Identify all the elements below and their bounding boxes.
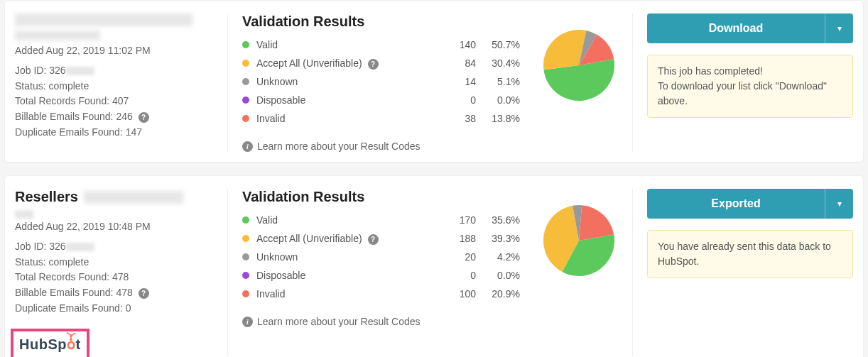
stat-row-accept: Accept All (Unverifiable) ? 188 39.3% bbox=[242, 229, 526, 248]
dot-valid-icon bbox=[242, 216, 249, 224]
stat-label: Unknown bbox=[256, 76, 433, 87]
actions-panel: Exported ▾ You have already sent this da… bbox=[633, 189, 853, 356]
dot-accept-icon bbox=[242, 235, 249, 242]
stat-count: 100 bbox=[433, 288, 476, 300]
notice-line: This job has completed! bbox=[658, 64, 842, 79]
stat-pct: 30.4% bbox=[476, 57, 526, 69]
stat-count: 0 bbox=[433, 94, 476, 106]
stat-label: Disposable bbox=[256, 94, 433, 106]
dot-invalid-icon bbox=[242, 115, 249, 122]
dot-invalid-icon bbox=[242, 290, 249, 297]
stat-row-disposable: Disposable 0 0.0% bbox=[242, 91, 526, 109]
stat-count: 20 bbox=[433, 251, 476, 263]
stat-label: Accept All (Unverifiable) ? bbox=[256, 233, 433, 245]
stat-pct: 5.1% bbox=[476, 76, 526, 87]
job-title: Resellers bbox=[15, 189, 78, 205]
status-notice: This job has completed! To download your… bbox=[647, 55, 853, 118]
stat-count: 14 bbox=[433, 76, 476, 87]
job-card: Resellers Added Aug 22, 2019 10:48 PM Jo… bbox=[4, 175, 864, 357]
stat-label: Unknown bbox=[256, 251, 433, 263]
stat-row-invalid: Invalid 38 13.8% bbox=[242, 109, 526, 128]
stat-label: Valid bbox=[256, 214, 433, 226]
dot-unknown-icon bbox=[242, 253, 249, 260]
notice-line: You have already sent this data back to … bbox=[658, 239, 842, 269]
dot-accept-icon bbox=[242, 60, 249, 67]
learn-more-link[interactable]: i Learn more about your Result Codes bbox=[242, 141, 526, 152]
job-billable: Billable Emails Found: 478 ? bbox=[15, 285, 219, 301]
validation-results-title: Validation Results bbox=[242, 13, 526, 30]
stat-pct: 0.0% bbox=[476, 270, 526, 281]
stat-row-unknown: Unknown 20 4.2% bbox=[242, 248, 526, 266]
job-duplicate: Duplicate Emails Found: 0 bbox=[15, 301, 219, 317]
actions-panel: Download ▾ This job has completed! To do… bbox=[633, 13, 853, 152]
stat-pct: 13.8% bbox=[476, 113, 526, 124]
validation-results-title: Validation Results bbox=[242, 189, 526, 205]
pie-chart-icon bbox=[540, 202, 618, 280]
pie-chart bbox=[526, 189, 632, 356]
job-billable: Billable Emails Found: 246 ? bbox=[15, 109, 219, 125]
exported-button[interactable]: Exported bbox=[647, 189, 825, 219]
stat-row-accept: Accept All (Unverifiable) ? 84 30.4% bbox=[242, 54, 526, 72]
job-status: Status: complete bbox=[15, 255, 219, 270]
job-details: Added Aug 22, 2019 11:02 PM Job ID: 326 … bbox=[15, 13, 228, 152]
validation-results: Validation Results Valid 170 35.6% Accep… bbox=[228, 189, 633, 356]
job-total-records: Total Records Found: 478 bbox=[15, 270, 219, 285]
dot-unknown-icon bbox=[242, 78, 249, 85]
dot-valid-icon bbox=[242, 41, 249, 48]
stat-pct: 0.0% bbox=[476, 94, 526, 106]
job-added: Added Aug 22, 2019 11:02 PM bbox=[15, 45, 219, 56]
svg-point-4 bbox=[67, 332, 68, 334]
stat-row-disposable: Disposable 0 0.0% bbox=[242, 266, 526, 285]
hubspot-badge: HubSpȯt bbox=[11, 329, 89, 357]
info-icon: i bbox=[242, 317, 253, 327]
stat-row-unknown: Unknown 14 5.1% bbox=[242, 72, 526, 91]
stat-count: 0 bbox=[433, 270, 476, 281]
job-status: Status: complete bbox=[15, 79, 219, 94]
svg-point-5 bbox=[74, 333, 75, 334]
pie-chart-icon bbox=[540, 26, 618, 104]
download-button[interactable]: Download bbox=[647, 13, 825, 43]
stat-label: Accept All (Unverifiable) ? bbox=[256, 57, 433, 70]
help-icon[interactable]: ? bbox=[368, 234, 379, 245]
exported-dropdown-button[interactable]: ▾ bbox=[825, 189, 853, 219]
notice-line: To download your list click "Download" a… bbox=[658, 79, 842, 109]
job-id: Job ID: 326 bbox=[15, 63, 219, 79]
dot-disposable-icon bbox=[242, 97, 249, 104]
stat-pct: 20.9% bbox=[476, 288, 526, 300]
job-title-redacted bbox=[15, 31, 100, 40]
job-details: Resellers Added Aug 22, 2019 10:48 PM Jo… bbox=[15, 189, 228, 356]
help-icon[interactable]: ? bbox=[139, 112, 149, 123]
help-icon[interactable]: ? bbox=[139, 288, 149, 299]
job-duplicate: Duplicate Emails Found: 147 bbox=[15, 125, 219, 141]
pie-chart bbox=[526, 13, 632, 152]
job-id: Job ID: 326 bbox=[15, 239, 219, 255]
job-title-redacted bbox=[15, 210, 33, 219]
dot-disposable-icon bbox=[242, 272, 249, 279]
stat-pct: 4.2% bbox=[476, 251, 526, 263]
chevron-down-icon: ▾ bbox=[837, 199, 842, 209]
job-title-redacted bbox=[15, 13, 192, 26]
stat-count: 188 bbox=[433, 233, 476, 244]
status-notice: You have already sent this data back to … bbox=[647, 230, 853, 278]
stat-label: Invalid bbox=[256, 288, 433, 300]
stat-label: Invalid bbox=[256, 113, 433, 124]
help-icon[interactable]: ? bbox=[368, 59, 379, 70]
stat-row-valid: Valid 140 50.7% bbox=[242, 35, 526, 54]
stat-count: 84 bbox=[433, 57, 476, 69]
job-card: Added Aug 22, 2019 11:02 PM Job ID: 326 … bbox=[4, 0, 864, 163]
stat-row-invalid: Invalid 100 20.9% bbox=[242, 285, 526, 303]
stat-pct: 50.7% bbox=[476, 39, 526, 50]
stat-count: 140 bbox=[433, 39, 476, 50]
stat-count: 38 bbox=[433, 113, 476, 124]
job-title-redacted bbox=[84, 191, 183, 204]
hubspot-logo-icon: HubSpȯt bbox=[19, 336, 81, 353]
validation-results: Validation Results Valid 140 50.7% Accep… bbox=[228, 13, 633, 152]
stat-row-valid: Valid 170 35.6% bbox=[242, 211, 526, 229]
chevron-down-icon: ▾ bbox=[837, 23, 842, 33]
learn-more-link[interactable]: i Learn more about your Result Codes bbox=[242, 316, 526, 327]
info-icon: i bbox=[242, 141, 253, 152]
job-added: Added Aug 22, 2019 10:48 PM bbox=[15, 221, 219, 232]
download-dropdown-button[interactable]: ▾ bbox=[825, 13, 853, 43]
stat-pct: 35.6% bbox=[476, 214, 526, 226]
job-total-records: Total Records Found: 407 bbox=[15, 94, 219, 109]
